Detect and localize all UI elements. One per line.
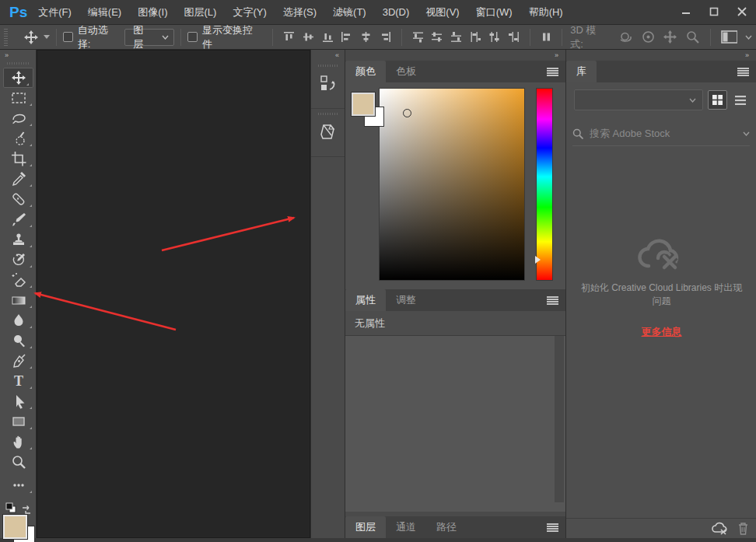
panel-menu-icon[interactable] [547, 523, 558, 531]
tool-flyout-indicator [30, 124, 32, 126]
panel-menu-icon[interactable] [547, 68, 558, 75]
tab-paths[interactable]: 路径 [426, 516, 467, 538]
document-canvas-area[interactable] [37, 50, 310, 538]
align-horizontal-center-icon[interactable] [360, 31, 372, 43]
history-brush-tool[interactable] [0, 250, 37, 270]
dock-expand-chevrons[interactable]: « [311, 50, 345, 61]
panel-collapse-chevrons[interactable]: » [345, 50, 565, 61]
3d-pan-icon[interactable] [663, 30, 677, 44]
align-bottom-icon[interactable] [322, 31, 334, 43]
foreground-color-swatch[interactable] [3, 515, 27, 539]
color-panel-tabbar: 颜色 色板 [345, 61, 565, 82]
distribute-spacing-icon[interactable] [541, 31, 552, 43]
color-sample-marker[interactable] [403, 109, 411, 117]
tab-color[interactable]: 颜色 [345, 61, 386, 82]
brush-tool[interactable] [0, 209, 37, 229]
layers-panel-tabbar: 图层 通道 路径 [345, 516, 565, 538]
stock-search-input[interactable] [590, 128, 743, 139]
toolbar-collapse-chevrons[interactable]: » [0, 50, 36, 61]
3d-zoom-icon[interactable] [685, 30, 700, 44]
blur-tool[interactable] [0, 310, 37, 330]
workspace-icon[interactable] [721, 30, 738, 44]
gradient-tool[interactable] [0, 290, 37, 310]
distribute-top-icon[interactable] [412, 31, 424, 43]
sync-error-cloud-icon[interactable] [711, 522, 728, 535]
chevron-down-icon[interactable] [743, 131, 750, 136]
distribute-vertical-center-icon[interactable] [431, 31, 443, 43]
tool-flyout-indicator [30, 306, 32, 308]
rectangle-tool[interactable] [0, 411, 37, 432]
panel-collapse-chevrons[interactable]: » [566, 50, 756, 61]
quick-selection-tool[interactable] [0, 128, 37, 149]
3d-roll-icon[interactable] [641, 30, 656, 44]
menu-window[interactable]: 窗口(W) [476, 5, 513, 19]
show-transform-checkbox[interactable] [187, 32, 198, 42]
distribute-left-icon[interactable] [470, 31, 481, 43]
menu-filter[interactable]: 滤镜(T) [333, 5, 366, 19]
lasso-tool[interactable] [0, 108, 37, 128]
trash-icon[interactable] [737, 522, 749, 535]
minimize-button[interactable] [672, 0, 700, 23]
distribute-horizontal-center-icon[interactable] [488, 31, 500, 43]
menu-view[interactable]: 视图(V) [425, 5, 459, 19]
history-panel-button[interactable] [311, 61, 345, 109]
tab-adjustments[interactable]: 调整 [386, 289, 426, 311]
notes-panel-button[interactable] [311, 109, 345, 157]
close-button[interactable] [728, 0, 756, 23]
options-bar-gripper[interactable] [4, 29, 8, 46]
auto-select-checkbox[interactable] [63, 32, 73, 42]
crop-tool[interactable] [0, 149, 37, 169]
panel-menu-icon[interactable] [547, 296, 558, 304]
tab-layers[interactable]: 图层 [345, 516, 386, 538]
rectangular-marquee-tool[interactable] [0, 88, 37, 108]
distribute-bottom-icon[interactable] [450, 31, 462, 43]
tool-preset-chevron-icon[interactable] [44, 35, 50, 42]
eraser-tool[interactable] [0, 270, 37, 290]
panel-menu-icon[interactable] [737, 68, 749, 75]
scrollbar-track[interactable] [555, 336, 564, 502]
clone-stamp-tool[interactable] [0, 229, 37, 250]
tab-channels[interactable]: 通道 [386, 516, 426, 538]
saturation-brightness-field[interactable] [379, 88, 525, 281]
menu-file[interactable]: 文件(F) [38, 5, 72, 19]
menu-edit[interactable]: 编辑(E) [88, 5, 121, 19]
workspace-chevron-icon[interactable] [745, 35, 752, 40]
hand-tool[interactable] [0, 432, 37, 452]
hue-slider[interactable] [536, 88, 553, 281]
edit-toolbar-button[interactable] [0, 475, 37, 495]
distribute-right-icon[interactable] [508, 31, 520, 43]
path-selection-tool[interactable] [0, 391, 37, 411]
spot-healing-brush-tool[interactable] [0, 189, 37, 209]
auto-select-target-dropdown[interactable]: 图层 [124, 29, 174, 46]
library-select-dropdown[interactable] [574, 89, 703, 110]
picker-foreground-swatch[interactable] [352, 93, 375, 116]
zoom-tool[interactable] [0, 452, 37, 472]
horizontal-type-tool[interactable]: T [0, 371, 37, 391]
tab-libraries[interactable]: 库 [566, 61, 597, 82]
menu-layer[interactable]: 图层(L) [184, 5, 216, 19]
align-right-icon[interactable] [380, 31, 391, 43]
notes-icon [318, 122, 338, 142]
toolbar-gripper[interactable] [7, 62, 29, 65]
list-view-button[interactable] [730, 90, 750, 110]
tab-swatches[interactable]: 色板 [386, 61, 426, 82]
maximize-button[interactable] [700, 0, 728, 23]
menu-type[interactable]: 文字(Y) [233, 5, 266, 19]
menu-help[interactable]: 帮助(H) [529, 5, 563, 19]
move-tool-preset-icon[interactable] [23, 30, 39, 45]
more-info-link[interactable]: 更多信息 [642, 325, 682, 339]
menu-3d[interactable]: 3D(D) [383, 6, 410, 18]
grid-view-button[interactable] [708, 90, 727, 110]
align-vertical-center-icon[interactable] [303, 31, 314, 43]
dodge-tool[interactable] [0, 330, 37, 351]
menu-image[interactable]: 图像(I) [138, 5, 167, 19]
pen-tool[interactable] [0, 351, 37, 371]
align-left-icon[interactable] [341, 31, 352, 43]
hue-slider-pointer[interactable] [535, 256, 544, 264]
eyedropper-tool[interactable] [0, 169, 37, 189]
align-top-icon[interactable] [283, 31, 295, 43]
3d-orbit-icon[interactable] [618, 30, 633, 44]
tab-properties[interactable]: 属性 [345, 289, 386, 311]
menu-select[interactable]: 选择(S) [283, 5, 317, 19]
move-tool[interactable] [3, 68, 33, 88]
